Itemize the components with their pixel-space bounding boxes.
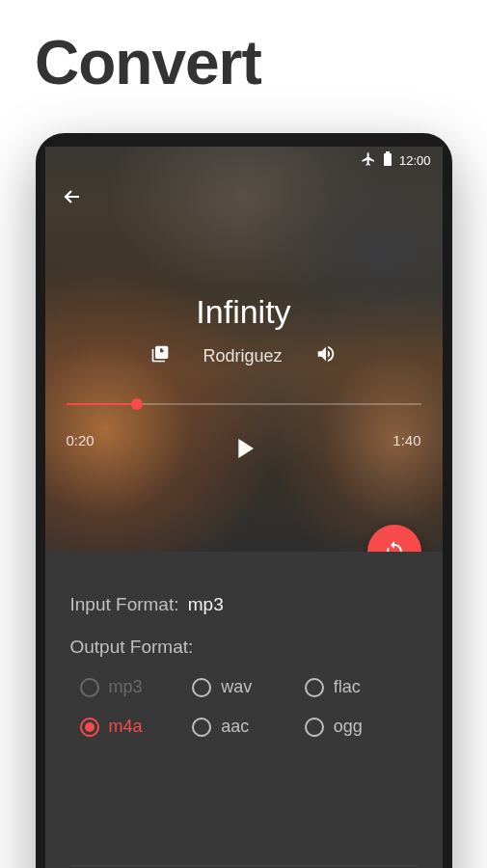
- radio-icon: [80, 718, 99, 737]
- radio-icon: [305, 678, 324, 697]
- radio-icon: [192, 718, 211, 737]
- format-grid: mp3wavflacm4aaacogg: [80, 677, 418, 737]
- output-format-label: Output Format:: [70, 637, 418, 658]
- volume-icon[interactable]: [315, 343, 337, 368]
- format-option-m4a[interactable]: m4a: [80, 717, 193, 737]
- format-label: wav: [221, 677, 252, 697]
- track-artist: Rodriguez: [203, 346, 282, 366]
- format-option-ogg[interactable]: ogg: [305, 717, 418, 737]
- format-label: m4a: [109, 717, 143, 737]
- format-option-wav[interactable]: wav: [192, 677, 305, 697]
- screen: 12:00 Infinity Rodriguez 0:20 1:: [45, 147, 443, 868]
- radio-icon: [80, 678, 99, 697]
- back-button[interactable]: [61, 185, 84, 212]
- total-time: 1:40: [392, 432, 420, 448]
- airplane-mode-icon: [361, 151, 376, 170]
- format-label: flac: [334, 677, 361, 697]
- track-title: Infinity: [45, 293, 443, 331]
- track-meta-row: Rodriguez: [45, 343, 443, 368]
- svg-rect-1: [386, 151, 390, 153]
- play-button[interactable]: [228, 432, 260, 469]
- phone-frame: 12:00 Infinity Rodriguez 0:20 1:: [36, 133, 452, 868]
- radio-icon: [305, 718, 324, 737]
- format-label: aac: [221, 717, 249, 737]
- format-option-flac[interactable]: flac: [305, 677, 418, 697]
- progress-bar[interactable]: [67, 403, 421, 405]
- radio-icon: [192, 678, 211, 697]
- convert-panel: Input Format: mp3 Output Format: mp3wavf…: [45, 552, 443, 868]
- page-headline: Convert: [35, 27, 261, 98]
- format-option-mp3: mp3: [80, 677, 193, 697]
- progress-thumb[interactable]: [131, 398, 143, 410]
- progress-fill: [67, 403, 138, 405]
- input-format-label: Input Format:: [70, 594, 179, 614]
- format-label: mp3: [109, 677, 143, 697]
- format-label: ogg: [334, 717, 363, 737]
- library-icon[interactable]: [150, 344, 170, 367]
- panel-divider: [70, 865, 418, 866]
- format-option-aac[interactable]: aac: [192, 717, 305, 737]
- elapsed-time: 0:20: [67, 432, 95, 448]
- input-format-line: Input Format: mp3: [70, 594, 418, 615]
- status-time: 12:00: [399, 153, 431, 168]
- svg-rect-0: [384, 153, 392, 166]
- battery-icon: [383, 151, 392, 170]
- status-bar: 12:00: [45, 147, 443, 174]
- input-format-value: mp3: [188, 594, 224, 614]
